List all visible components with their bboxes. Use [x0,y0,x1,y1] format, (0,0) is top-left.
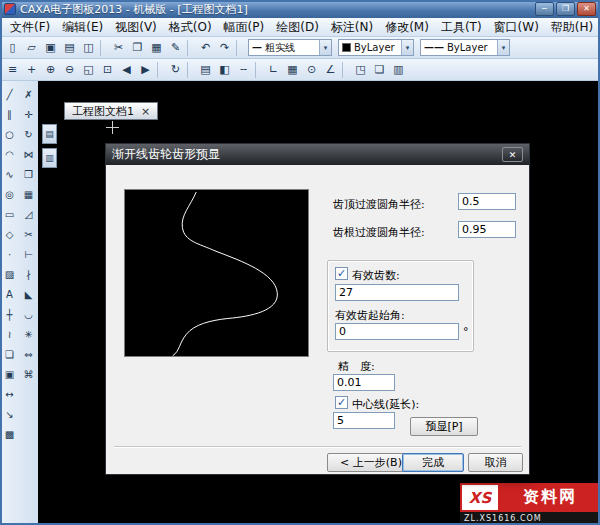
effective-teeth-checkbox[interactable]: ✓ [335,267,348,280]
redo-icon[interactable]: ↷ [215,39,234,57]
menu-item[interactable]: 窗口(W) [488,18,545,37]
menu-item[interactable]: 格式(O) [163,18,218,37]
parallel-line-tool-icon[interactable]: ∥ [1,104,18,124]
separator[interactable] [187,62,194,78]
print-icon[interactable]: ▤ [60,39,79,57]
zoom-in-icon[interactable]: ⊕ [41,61,60,79]
ellipse-tool-icon[interactable]: ◎ [1,184,18,204]
tile-windows-icon[interactable]: ▥ [389,61,408,79]
scale-tool-icon[interactable]: ◿ [20,204,37,224]
palette-tab-properties[interactable]: ▥ [42,148,57,168]
precision-input[interactable] [333,374,395,391]
chevron-down-icon[interactable]: ▾ [497,40,509,55]
tab-close-icon[interactable]: × [141,105,150,118]
dialog-title-bar[interactable]: 渐开线齿轮齿形预显 ✕ [106,144,529,165]
maximize-button[interactable]: ❐ [556,2,575,16]
print-preview-icon[interactable]: ◫ [79,39,98,57]
ortho-icon[interactable]: ∟ [264,61,283,79]
block-tool-icon[interactable]: ▣ [1,364,18,384]
finish-button[interactable]: 完成 [402,453,464,472]
move-tool-icon[interactable]: ✛ [20,104,37,124]
trim-tool-icon[interactable]: ✂ [20,224,37,244]
format-painter-icon[interactable]: ✎ [166,39,185,57]
raster-tool-icon[interactable]: ▩ [1,424,18,444]
new-icon[interactable]: ▯ [3,39,22,57]
separator[interactable] [255,62,262,78]
menu-item[interactable]: 编辑(E) [56,18,109,37]
point-tool-icon[interactable]: · [1,244,18,264]
extend-tool-icon[interactable]: ⊢ [20,244,37,264]
color-combo[interactable]: ByLayer ▾ [338,39,414,56]
new-window-icon[interactable]: ❏ [370,61,389,79]
linetype-icon[interactable]: ╌ [234,61,253,79]
zoom-window-icon[interactable]: ◱ [79,61,98,79]
contour-tool-icon[interactable]: ❏ [1,344,18,364]
rectangle-tool-icon[interactable]: ▭ [1,204,18,224]
fillet-tool-icon[interactable]: ◡ [20,304,37,324]
properties-icon[interactable]: ≡ [3,61,22,79]
separator[interactable] [157,62,164,78]
chevron-down-icon[interactable]: ▾ [319,40,331,55]
color-icon[interactable]: ◧ [215,61,234,79]
menu-item[interactable]: 幅面(P) [218,18,271,37]
circle-tool-icon[interactable]: ○ [1,124,18,144]
three-view-icon[interactable]: ◳ [351,61,370,79]
zoom-out-icon[interactable]: ⊖ [60,61,79,79]
tip-radius-input[interactable] [458,193,516,210]
stretch-tool-icon[interactable]: ⇔ [20,344,37,364]
mirror-tool-icon[interactable]: ⋈ [20,144,37,164]
menu-item[interactable]: 标注(N) [325,18,379,37]
match-properties-tool-icon[interactable]: ⌘ [20,364,37,384]
polar-icon[interactable]: ∠ [321,61,340,79]
text-tool-icon[interactable]: A [1,284,18,304]
chamfer-tool-icon[interactable]: ◣ [20,284,37,304]
menu-item[interactable]: 文件(F) [4,18,56,37]
menu-item[interactable]: 修改(M) [379,18,435,37]
document-tab[interactable]: 工程图文档1 × [64,102,158,120]
cancel-button[interactable]: 取消 [468,453,523,472]
pan-icon[interactable]: + [22,61,41,79]
palette-tab-layers[interactable]: ▤ [42,124,57,144]
polyline-tool-icon[interactable]: ≀ [1,324,18,344]
prev-view-icon[interactable]: ◀ [117,61,136,79]
save-icon[interactable]: ▣ [41,39,60,57]
line-tool-icon[interactable]: ╱ [1,84,18,104]
title-bar[interactable]: CAXA电子图板2013 - 机械版 - [工程图文档1] ─ ❐ ✕ [0,0,600,18]
paste-icon[interactable]: ▦ [147,39,166,57]
menu-item[interactable]: 工具(T) [435,18,488,37]
explode-tool-icon[interactable]: ✳ [20,324,37,344]
zoom-all-icon[interactable]: ⊡ [98,61,117,79]
centerline-input[interactable] [333,412,395,429]
spline-tool-icon[interactable]: ∿ [1,164,18,184]
undo-icon[interactable]: ↶ [196,39,215,57]
effective-teeth-input[interactable] [335,284,459,301]
copy-icon[interactable]: ❐ [128,39,147,57]
arc-tool-icon[interactable]: ◠ [1,144,18,164]
menu-item[interactable]: 绘图(D) [270,18,325,37]
centerline-tool-icon[interactable]: ┼ [1,304,18,324]
array-tool-icon[interactable]: ▦ [20,184,37,204]
chevron-down-icon[interactable]: ▾ [401,40,413,55]
minimize-button[interactable]: ─ [535,2,554,16]
root-radius-input[interactable] [458,221,516,238]
erase-tool-icon[interactable]: ✗ [20,84,37,104]
rotate-tool-icon[interactable]: ↻ [20,124,37,144]
separator[interactable] [100,40,107,56]
copy-tool-icon[interactable]: ❐ [20,164,37,184]
separator[interactable] [342,62,349,78]
refresh-icon[interactable]: ↻ [166,61,185,79]
linewidth-combo[interactable]: —— ByLayer ▾ [420,39,510,56]
menu-item[interactable]: 帮助(H) [545,18,599,37]
layer-icon[interactable]: ▤ [196,61,215,79]
open-icon[interactable]: ▱ [22,39,41,57]
close-button[interactable]: ✕ [577,2,596,16]
next-view-icon[interactable]: ▶ [136,61,155,79]
start-angle-input[interactable] [335,323,459,340]
preview-button[interactable]: 预显[P] [410,417,478,436]
cut-icon[interactable]: ✂ [109,39,128,57]
polygon-tool-icon[interactable]: ◇ [1,224,18,244]
separator[interactable] [236,40,243,56]
grid-icon[interactable]: ▦ [283,61,302,79]
menu-item[interactable]: 视图(V) [109,18,163,37]
dimension-tool-icon[interactable]: ↔ [1,384,18,404]
